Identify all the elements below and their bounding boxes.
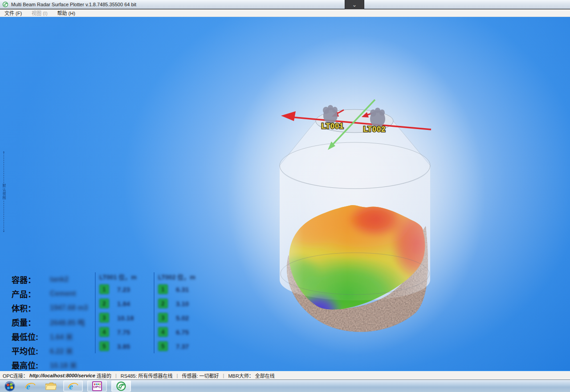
sensors-status: 传感器: 一切都好 <box>182 372 219 379</box>
taskbar: OPC <box>0 380 570 392</box>
tank-info-panel: 容器：tank2 产品：Cement 体积：1947.68 m3 质量：2648… <box>12 272 101 371</box>
beam-level-value: 7.75 <box>117 328 130 336</box>
beam-index-badge: 5 <box>158 341 168 351</box>
radar-sensor-lt002[interactable] <box>370 108 385 127</box>
desktop: e Multi Beam Radar Surface Plotter v.1.8… <box>0 0 570 392</box>
opc-icon-text: OPC <box>93 385 101 389</box>
sensor-label-lt002: LT002 <box>363 125 386 133</box>
info-row-container: 容器：tank2 <box>12 272 101 287</box>
status-divider: | <box>177 373 178 378</box>
beam-index-badge: 1 <box>99 284 109 294</box>
opc-icon: OPC <box>92 381 102 391</box>
explorer-button[interactable] <box>43 380 59 392</box>
handle-down-arrow-icon: ▼ <box>3 230 5 233</box>
beam-index-badge: 4 <box>99 327 109 337</box>
info-row-mass: 质量：2648.85 吨 <box>12 315 101 329</box>
info-row-product: 产品：Cement <box>12 287 101 301</box>
3d-viewport[interactable]: ▲ 默认视图 ▼ <box>0 17 570 371</box>
beam-level-value: 7.37 <box>176 343 189 350</box>
mbr-plotter-taskbar-button[interactable] <box>111 380 131 392</box>
chevron-down-icon: ⌄ <box>352 3 357 7</box>
info-row-avg-level: 平均位:6.22 米 <box>12 344 101 358</box>
handle-dashes <box>4 201 4 230</box>
windows-start-icon <box>4 380 16 392</box>
sensor-table-lt001: LT001 位，m 17.23 21.84 310.18 47.75 53.85 <box>95 272 151 353</box>
table-row: 35.02 <box>158 311 210 325</box>
start-button[interactable] <box>2 380 18 392</box>
beam-index-badge: 3 <box>99 313 109 323</box>
status-bar: OPC连接： http://localhost:8000/service 连接的… <box>0 371 570 380</box>
status-divider: | <box>223 373 224 378</box>
info-value: 10.18 米 <box>50 360 77 370</box>
menu-bar: 文件 (F) 视图 (I) 帮助 (H) <box>0 9 570 17</box>
table-row: 57.37 <box>158 339 210 353</box>
beam-index-badge: 5 <box>99 341 109 351</box>
table-row: 53.85 <box>99 339 151 353</box>
handle-label: 默认视图 <box>1 184 6 200</box>
rs485-status: RS485: 所有传感器在线 <box>121 372 173 379</box>
beam-level-value: 7.23 <box>117 286 130 293</box>
beam-level-value: 6.75 <box>176 328 189 336</box>
ie-quicklaunch-button[interactable] <box>22 380 38 392</box>
beam-index-badge: 2 <box>99 299 109 308</box>
radar-sensor-lt001[interactable] <box>323 105 338 124</box>
info-label: 平均位: <box>12 345 50 356</box>
beam-level-value: 3.10 <box>176 300 189 307</box>
viewport-side-panel-handle[interactable]: ▲ 默认视图 ▼ <box>1 150 7 233</box>
info-value: 6.22 米 <box>50 345 73 356</box>
ie-taskbar-button[interactable] <box>63 380 83 392</box>
info-value: Cement <box>50 290 76 298</box>
sensor-table-lt002: LT002 位，m 16.31 23.10 35.02 46.75 57.37 <box>154 272 210 353</box>
info-label: 容器： <box>12 274 50 285</box>
menu-view: 视图 (I) <box>30 9 49 17</box>
info-label: 体积： <box>12 302 50 314</box>
beam-level-value: 3.85 <box>117 343 130 350</box>
opc-service-url: http://localhost:8000/service <box>29 373 95 378</box>
beam-level-value: 10.18 <box>117 314 134 322</box>
info-label: 最高位: <box>12 359 50 371</box>
info-value: tank2 <box>50 275 69 283</box>
menu-help[interactable]: 帮助 (H) <box>56 9 77 17</box>
info-row-volume: 体积：1947.68 m3 <box>12 301 101 315</box>
app-logo-icon <box>2 1 8 8</box>
info-label: 最低位: <box>12 331 50 342</box>
status-divider: | <box>115 373 117 378</box>
table-row: 16.31 <box>158 282 210 296</box>
internet-explorer-icon <box>68 381 78 392</box>
beam-index-badge: 4 <box>158 327 168 337</box>
sensor-label-lt001: LT001 <box>322 122 344 130</box>
handle-dashes <box>4 153 4 183</box>
internet-explorer-icon <box>25 381 36 392</box>
info-label: 质量： <box>12 316 50 328</box>
table-row: 46.75 <box>158 325 210 339</box>
table-row: 310.18 <box>99 311 151 325</box>
menu-file[interactable]: 文件 (F) <box>3 9 24 17</box>
window-title: Multi Beam Radar Surface Plotter v.1.8.7… <box>11 2 136 7</box>
table-row: 17.23 <box>99 282 151 296</box>
mbr-master-status: MBR大师： 全部在线 <box>228 372 275 379</box>
beam-level-value: 1.84 <box>117 300 130 307</box>
beam-index-badge: 3 <box>158 313 168 323</box>
info-value: 1947.68 m3 <box>50 304 88 312</box>
folder-icon <box>45 381 57 391</box>
recorder-dropdown-button[interactable]: ⌄ <box>345 0 364 10</box>
info-row-min-level: 最低位:1.64 米 <box>12 329 101 344</box>
beam-level-value: 6.31 <box>176 286 189 293</box>
title-bar[interactable]: Multi Beam Radar Surface Plotter v.1.8.7… <box>0 0 570 9</box>
beam-index-badge: 2 <box>158 299 168 308</box>
table-row: 21.84 <box>99 296 151 311</box>
table-row: 23.10 <box>158 296 210 311</box>
info-value: 2648.85 吨 <box>50 317 85 327</box>
sensor-table-header: LT001 位，m <box>99 272 151 282</box>
table-row: 47.75 <box>99 325 151 339</box>
sensor-table-header: LT002 位，m <box>158 272 210 282</box>
info-value: 1.64 米 <box>50 331 73 342</box>
opc-connection-label: OPC连接： <box>3 372 28 379</box>
beam-index-badge: 1 <box>158 284 168 294</box>
mbr-app-logo-icon <box>116 381 126 392</box>
opc-app-taskbar-button[interactable]: OPC <box>87 380 107 392</box>
beam-level-value: 5.02 <box>176 314 189 322</box>
info-label: 产品： <box>12 288 50 299</box>
info-row-max-level: 最高位:10.18 米 <box>12 358 101 371</box>
opc-connection-state: 连接的 <box>97 372 111 379</box>
